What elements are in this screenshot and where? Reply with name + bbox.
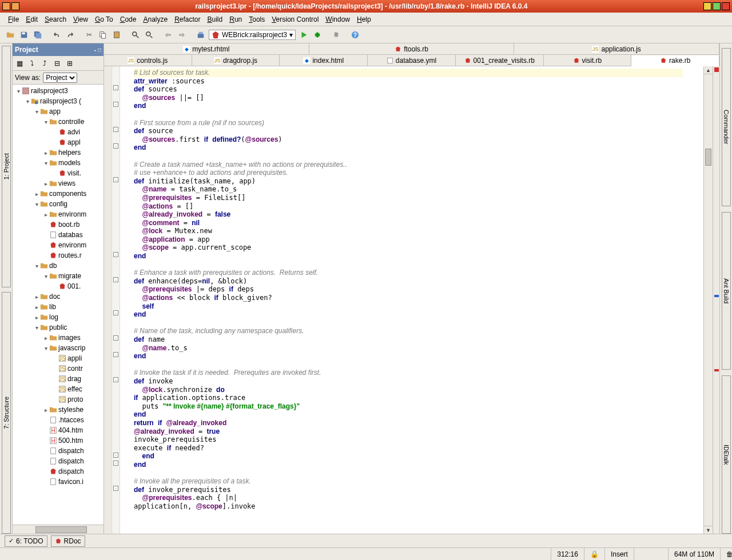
insert-mode[interactable]: Insert	[604, 548, 634, 560]
tree-node[interactable]: ▾db	[13, 261, 104, 271]
tree-node[interactable]: boot.rb	[13, 219, 104, 230]
scroll-down-arrow[interactable]: ▼	[704, 526, 713, 534]
menu-analyze[interactable]: Analyze	[140, 15, 171, 23]
tree-node[interactable]: environm	[13, 240, 104, 250]
menu-version-control[interactable]: Version Control	[268, 15, 322, 23]
menu-refactor[interactable]: Refactor	[171, 15, 204, 23]
error-stripe[interactable]	[713, 66, 719, 534]
tree-node[interactable]: H500.htm	[13, 435, 104, 446]
fold-toggle[interactable]: -	[113, 252, 118, 257]
tree-node[interactable]: ▾models	[13, 158, 104, 168]
paste-button[interactable]	[111, 29, 122, 41]
editor-tab[interactable]: database.yml	[368, 55, 456, 66]
menu-code[interactable]: Code	[117, 15, 140, 23]
tree-node[interactable]: databas	[13, 230, 104, 240]
tree-node[interactable]: H404.htm	[13, 425, 104, 435]
project-tree-hscrollbar[interactable]	[13, 525, 104, 534]
tree-expander[interactable]: ▸	[33, 191, 40, 197]
tree-node[interactable]: ▸environm	[13, 209, 104, 219]
tree-node[interactable]: routes.r	[13, 250, 104, 261]
panel-menu-icon[interactable]: - □	[94, 47, 101, 53]
fold-toggle[interactable]: -	[113, 127, 118, 132]
fold-toggle[interactable]: -	[113, 102, 118, 107]
fold-toggle[interactable]: -	[113, 461, 118, 466]
cut-button[interactable]: ✂	[83, 29, 95, 41]
window-close-button[interactable]	[722, 2, 730, 10]
editor-tab[interactable]: ◆mytest.rhtml	[104, 43, 309, 54]
tree-node[interactable]: 001.	[13, 281, 104, 291]
tree-node[interactable]: JSappli	[13, 353, 104, 363]
tree-node[interactable]: visit.	[13, 168, 104, 178]
editor-tab[interactable]: ◆index.html	[280, 55, 368, 66]
tree-node[interactable]: ▾controlle	[13, 117, 104, 127]
tree-node[interactable]: JSdrag	[13, 374, 104, 384]
find-button[interactable]	[130, 29, 141, 41]
scroll-up-arrow[interactable]: ▲	[704, 66, 713, 74]
tree-expander[interactable]: ▾	[24, 98, 31, 105]
tree-expander[interactable]: ▾	[42, 160, 49, 166]
fold-toggle[interactable]: -	[113, 335, 118, 341]
tree-expander[interactable]: ▸	[33, 304, 40, 310]
tree-node[interactable]: advi	[13, 127, 104, 137]
tree-node[interactable]: JSeffec	[13, 384, 104, 394]
code-editor[interactable]: # List of sources for task. attr_writer …	[120, 66, 703, 534]
tree-expander[interactable]: ▸	[33, 314, 40, 321]
tree-expander[interactable]: ▸	[42, 407, 49, 413]
tree-expander[interactable]: ▸	[42, 211, 49, 218]
error-marker[interactable]	[714, 67, 719, 72]
tree-node[interactable]: ▸log	[13, 312, 104, 322]
help-button[interactable]: ?	[349, 29, 361, 41]
menu-build[interactable]: Build	[204, 15, 226, 23]
bottom-tool-todo[interactable]: ✓6: TODO	[5, 535, 47, 547]
project-tool-tab[interactable]: 1: Project	[2, 46, 11, 287]
main-menu-bar[interactable]: FileEditSearchViewGo ToCodeAnalyzeRefact…	[0, 13, 732, 26]
tree-node[interactable]: ▾config	[13, 199, 104, 209]
tree-expander[interactable]: ▾	[42, 273, 49, 279]
editor-tab[interactable]: JSdragdrop.js	[192, 55, 280, 66]
make-button[interactable]	[195, 29, 206, 41]
tree-node[interactable]: dispatch	[13, 466, 104, 477]
replace-button[interactable]	[144, 29, 155, 41]
fold-toggle[interactable]: -	[113, 453, 118, 458]
tree-node[interactable]: ▸images	[13, 333, 104, 343]
menu-window[interactable]: Window	[322, 15, 353, 23]
menu-file[interactable]: File	[5, 15, 22, 23]
editor-vscrollbar[interactable]: ▲ ▼	[703, 66, 713, 534]
window-maximize-button[interactable]	[713, 2, 721, 10]
editor-tab[interactable]: JScontrols.js	[104, 55, 192, 66]
breakpoint-gutter[interactable]	[104, 66, 112, 534]
undo-button[interactable]	[51, 29, 62, 41]
editor-tab[interactable]: JSapplication.js	[514, 43, 719, 54]
tree-node[interactable]: ▾javascrip	[13, 343, 104, 353]
tree-expander[interactable]: ▾	[42, 345, 49, 351]
menu-go-to[interactable]: Go To	[92, 15, 117, 23]
tree-node[interactable]: ▸helpers	[13, 147, 104, 158]
redo-button[interactable]	[65, 29, 76, 41]
debug-button[interactable]	[312, 29, 323, 41]
editor-tab[interactable]: ftools.rb	[309, 43, 515, 54]
commander-tool-tab[interactable]: Commander	[722, 48, 731, 206]
tree-expander[interactable]: ▸	[42, 181, 49, 187]
fold-toggle[interactable]: -	[113, 352, 118, 357]
scroll-thumb[interactable]	[705, 149, 711, 166]
bottom-tool-rdoc[interactable]: RDoc	[51, 535, 85, 547]
autoscroll-from-source-button[interactable]: ⤴	[39, 58, 50, 69]
fold-toggle[interactable]: -	[113, 377, 118, 382]
expand-all-button[interactable]: ⊞	[64, 58, 75, 69]
flatten-packages-button[interactable]: ▦	[14, 58, 25, 69]
menu-search[interactable]: Search	[41, 15, 70, 23]
tree-node[interactable]: ▾migrate	[13, 271, 104, 281]
tree-expander[interactable]: ▾	[42, 119, 49, 125]
menu-run[interactable]: Run	[226, 15, 245, 23]
window-minimize-button[interactable]	[703, 2, 711, 10]
tree-expander[interactable]: ▾	[33, 109, 40, 115]
back-button[interactable]: ⇦	[162, 29, 174, 41]
tree-node[interactable]: ▸views	[13, 178, 104, 189]
menu-tools[interactable]: Tools	[245, 15, 268, 23]
gc-button[interactable]: 🗑	[720, 548, 732, 560]
tree-node[interactable]: favicon.i	[13, 477, 104, 487]
save-button[interactable]	[18, 29, 30, 41]
tree-node[interactable]: ▾public	[13, 322, 104, 333]
open-file-button[interactable]	[5, 29, 16, 41]
save-all-button[interactable]	[32, 29, 43, 41]
